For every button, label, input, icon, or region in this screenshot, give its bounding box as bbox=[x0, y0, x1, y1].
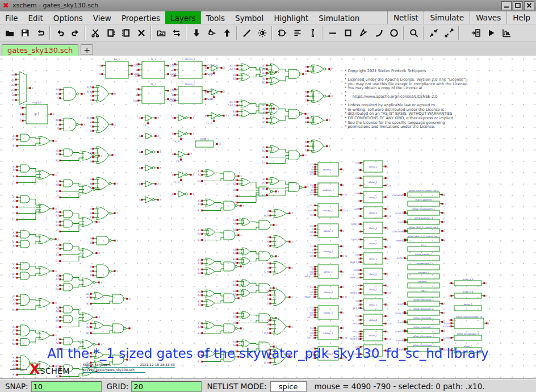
schematic-symbol[interactable]: ABY bbox=[90, 236, 118, 245]
schematic-symbol[interactable]: macro_sparecellLO bbox=[408, 199, 446, 207]
schematic-symbol[interactable]: tap_1 bbox=[408, 290, 439, 298]
schematic-symbol[interactable]: A1A2B1C1D1X bbox=[12, 195, 57, 221]
schematic-symbol[interactable]: ABCX bbox=[305, 140, 330, 153]
schematic-symbol[interactable]: sdfrtp_1CLKDSCDSCERESET_BQ bbox=[304, 265, 344, 278]
schematic-symbol[interactable]: ATEY bbox=[139, 115, 159, 127]
draw-line-icon[interactable] bbox=[325, 26, 340, 40]
schematic-symbol[interactable]: lpflow_lsbuf_lh_isowell_tap_4ALOWLVPWRX bbox=[392, 190, 445, 198]
netlist-mode-value[interactable]: spice bbox=[270, 381, 307, 392]
schematic-symbol[interactable]: A1A2B1X bbox=[86, 292, 131, 305]
maximize-button[interactable] bbox=[513, 1, 523, 10]
titlebar[interactable]: ✖ xschem - gates_sky130.sch bbox=[0, 0, 536, 11]
schematic-symbol[interactable]: A_NB_NCDX bbox=[87, 85, 116, 102]
schematic-symbol[interactable]: lpflow_lsbuf_lh_isowell_tap_1ALOWLVPWRX bbox=[392, 226, 445, 234]
schematic-symbol[interactable]: sdfstp_1CLKDSCDSCESET_BQ bbox=[307, 306, 344, 319]
draw-circle-icon[interactable] bbox=[386, 26, 401, 40]
schematic-symbol[interactable]: A1A2B1Y bbox=[233, 311, 279, 324]
schematic-symbol[interactable]: AX bbox=[139, 181, 159, 187]
descend-schematic-icon[interactable] bbox=[189, 26, 204, 40]
schematic-symbol[interactable]: A1A2B1X bbox=[233, 218, 277, 231]
schematic-symbol[interactable]: sdfsbp_1CLKDSCDSCESET_BQQ_N bbox=[307, 326, 347, 340]
schematic-canvas[interactable]: A0A1A2A3S0S1Xmaj3_1>1ABCXA1A2B1XA1A2B1C1… bbox=[0, 56, 536, 378]
schematic-symbol[interactable]: A0A1SY bbox=[56, 87, 85, 101]
schematic-symbol[interactable]: lpflow_decapkapwr_3KAPWR bbox=[443, 333, 481, 341]
schematic-symbol[interactable]: maj3_1>1ABCX bbox=[20, 101, 55, 124]
schematic-symbol[interactable]: sedfxtp_1CLKDDESCDSCEQ bbox=[309, 162, 344, 176]
schematic-symbol[interactable]: lpflow_inputiso1p_1ASLEEPX bbox=[397, 299, 445, 307]
schematic-symbol[interactable]: A1A2A3B1B2X bbox=[262, 64, 307, 85]
menu-layers[interactable]: Layers bbox=[165, 11, 201, 24]
schematic-symbol[interactable]: tapvpwrvgnd_1 bbox=[408, 262, 439, 270]
copy-icon[interactable] bbox=[103, 26, 118, 40]
schematic-symbol[interactable]: dfrbp_1CLKDRESET_BQQ_N bbox=[350, 283, 391, 295]
save-file-icon[interactable] bbox=[17, 26, 32, 40]
load-symbol-icon[interactable] bbox=[153, 26, 169, 40]
schematic-symbol[interactable]: dfbbn_1CLK_NDSET_BRESET_BQQ_N bbox=[350, 330, 391, 341]
schematic-symbol[interactable]: sdfxtp_1CLKDSCDSCEQ bbox=[309, 224, 344, 237]
zoom-out-icon[interactable] bbox=[441, 26, 457, 40]
schematic-symbol[interactable]: lpflow_bleeder_1SHORT bbox=[397, 253, 439, 261]
draw-polygon-icon[interactable] bbox=[355, 26, 371, 40]
schematic-symbol[interactable]: conb_1HI bbox=[195, 137, 221, 147]
toggle-colors-icon[interactable] bbox=[254, 26, 270, 40]
menu-file[interactable]: File bbox=[0, 11, 23, 24]
schematic-symbol[interactable]: ATEZ bbox=[172, 151, 192, 163]
schematic-symbol[interactable]: lpflow_inputiso0n_1ASLEEP_BX bbox=[395, 326, 445, 334]
schematic-symbol[interactable]: A1A2B1X bbox=[12, 134, 57, 147]
schematic-symbol[interactable]: lpflow_inputisolatch_1DSLEEP_BQ bbox=[395, 208, 445, 216]
schematic-symbol[interactable]: AY bbox=[139, 149, 161, 155]
zoom-in-icon[interactable] bbox=[426, 26, 441, 40]
schematic-symbol[interactable]: ABCX bbox=[305, 90, 333, 103]
redo-icon[interactable] bbox=[68, 26, 83, 40]
schematic-symbol[interactable]: A1A2A3B1B2X bbox=[12, 325, 57, 346]
menu-waves-button[interactable]: Waves bbox=[470, 11, 506, 24]
schematic-symbol[interactable]: tapvgnd_1 bbox=[408, 272, 439, 280]
place-wire-icon[interactable] bbox=[305, 26, 320, 40]
schematic-symbol[interactable]: dlxtp_1GATEDQ bbox=[354, 191, 388, 203]
menu-symbol[interactable]: Symbol bbox=[230, 11, 269, 24]
menu-simulation[interactable]: Simulation bbox=[313, 11, 365, 24]
schematic-symbol[interactable]: A1A2B1B2X bbox=[12, 262, 57, 280]
simulate-icon[interactable] bbox=[483, 26, 499, 40]
schematic-symbol[interactable]: AY bbox=[139, 197, 161, 203]
schematic-symbol[interactable]: A0A1A2A3S0S1X bbox=[11, 72, 34, 105]
grid-input[interactable] bbox=[131, 381, 202, 392]
schematic-symbol[interactable]: fill_1 bbox=[408, 244, 439, 252]
schematic-symbol[interactable]: dfsbp_1CLKDSET_BQQ_N bbox=[353, 314, 391, 326]
open-file-icon[interactable] bbox=[2, 26, 17, 40]
schematic-symbol[interactable]: ABX bbox=[305, 116, 330, 124]
draw-arc-icon[interactable] bbox=[371, 26, 386, 40]
schematic-symbol[interactable]: A1_NA2_NB1B2Y bbox=[229, 64, 279, 81]
schematic-symbol[interactable]: ABCDX bbox=[90, 147, 116, 164]
insert-symbol-icon[interactable] bbox=[274, 26, 290, 40]
netlist-icon[interactable] bbox=[468, 26, 483, 40]
waves-icon[interactable] bbox=[499, 26, 514, 40]
schematic-symbol[interactable]: A1A2B1C1X bbox=[262, 145, 307, 165]
schematic-symbol[interactable]: ABCY bbox=[90, 207, 118, 220]
schematic-symbol[interactable]: probe_n_8AX bbox=[449, 291, 487, 299]
menu-properties[interactable]: Properties bbox=[116, 11, 165, 24]
delete-icon[interactable] bbox=[133, 26, 149, 40]
schematic-symbol[interactable]: ATE_BZ bbox=[205, 112, 227, 125]
new-tab-button[interactable]: + bbox=[81, 44, 93, 55]
push-schematic-icon[interactable] bbox=[204, 26, 219, 40]
schematic-symbol[interactable]: A1A2B1B2Y bbox=[198, 258, 244, 275]
draw-rect-icon[interactable] bbox=[340, 26, 355, 40]
schematic-symbol[interactable]: lpflow_inputiso0p_1ASLEEPX bbox=[397, 317, 445, 325]
schematic-symbol[interactable]: A1A2B1Y bbox=[86, 322, 133, 335]
schematic-symbol[interactable]: dlxbn_1GATE_NDQQ_N bbox=[351, 237, 391, 249]
schematic-symbol[interactable]: ATE_BY bbox=[172, 131, 194, 143]
menu-highlight[interactable]: Highlight bbox=[269, 11, 313, 24]
schematic-symbol[interactable]: sdlclkp_1CLKGATESCEGCLK bbox=[308, 203, 349, 217]
schematic-symbol[interactable]: A1A2B1B2Y bbox=[233, 248, 279, 265]
schematic-symbol[interactable]: A0A1SX bbox=[56, 118, 85, 131]
schematic-symbol[interactable]: A1A2B1B2Y bbox=[12, 231, 59, 248]
schematic-symbol[interactable]: ATE_BZ bbox=[172, 172, 194, 184]
snap-input[interactable] bbox=[31, 381, 102, 392]
menu-help-button[interactable]: Help bbox=[506, 11, 536, 24]
schematic-symbol[interactable]: lpflow_isobufsrc_1ASLEEPX bbox=[397, 217, 445, 225]
schematic-symbol[interactable]: A1A2B1C1X bbox=[56, 243, 100, 262]
undo-icon[interactable] bbox=[52, 26, 68, 40]
schematic-symbol[interactable]: sdfxbp_1CLKDSCDSCEQQ_N bbox=[309, 244, 347, 258]
schematic-symbol[interactable]: lpflow_clkinvkapwr_1AKAPWRY bbox=[396, 335, 445, 343]
